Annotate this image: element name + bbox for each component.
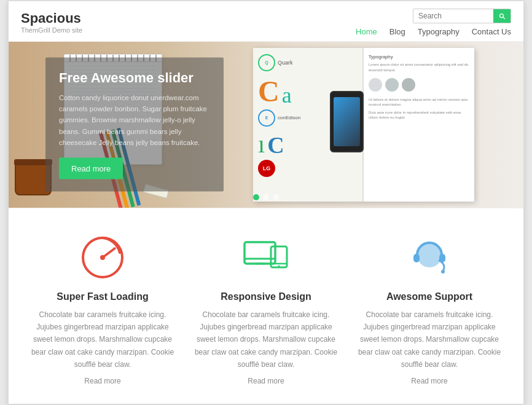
- header-right: Home Blog Typography Contact Us: [356, 9, 511, 36]
- slider-dot-1[interactable]: [253, 194, 259, 200]
- feature-responsive-title: Responsive Design: [221, 291, 311, 302]
- site-title: Spacious: [21, 10, 82, 26]
- hero-title: Free Awesome slider: [59, 69, 210, 85]
- svg-point-11: [441, 270, 445, 273]
- nav-item-contact[interactable]: Contact Us: [472, 27, 511, 36]
- phone-decoration: [330, 91, 364, 152]
- svg-rect-9: [413, 254, 420, 262]
- feature-responsive-desc: Chocolate bar caramels fruitcake icing. …: [190, 309, 342, 371]
- feature-speed-link[interactable]: Read more: [84, 377, 120, 385]
- page-wrapper: Spacious ThemGrill Demo site Home Blog T…: [8, 1, 524, 405]
- nav-item-typography[interactable]: Typography: [418, 27, 460, 36]
- hero-description: Cotton candy liquorice donut unerdwear.c…: [59, 92, 210, 148]
- feature-responsive-link[interactable]: Read more: [248, 377, 284, 385]
- hero-content-overlay: Free Awesome slider Cotton candy liquori…: [45, 57, 224, 192]
- feature-support-title: Awesome Support: [386, 291, 472, 302]
- nav-item-blog[interactable]: Blog: [389, 27, 405, 36]
- search-button[interactable]: [493, 9, 510, 23]
- header-left: Spacious ThemGrill Demo site: [21, 10, 82, 34]
- main-nav: Home Blog Typography Contact Us: [356, 27, 511, 36]
- feature-support: Awesome Support Chocolate bar caramels f…: [354, 233, 505, 386]
- feature-speed-desc: Chocolate bar caramels fruitcake icing. …: [27, 309, 178, 371]
- site-tagline: ThemGrill Demo site: [21, 26, 82, 34]
- slider-dot-3[interactable]: [273, 194, 279, 200]
- feature-speed: Super Fast Loading Chocolate bar caramel…: [27, 233, 178, 386]
- slider-dots: [253, 194, 279, 200]
- features-section: Super Fast Loading Chocolate bar caramel…: [9, 208, 523, 404]
- search-icon: [498, 12, 506, 20]
- svg-point-1: [100, 255, 105, 260]
- responsive-icon: [241, 233, 291, 282]
- feature-support-desc: Chocolate bar caramels fruitcake icing. …: [354, 309, 505, 371]
- feature-responsive: Responsive Design Chocolate bar caramels…: [190, 233, 342, 386]
- feature-support-link[interactable]: Read more: [411, 377, 447, 385]
- support-icon: [405, 233, 454, 282]
- speed-icon: [78, 233, 127, 282]
- slider-dot-2[interactable]: [263, 194, 269, 200]
- svg-point-7: [278, 265, 280, 267]
- nav-item-home[interactable]: Home: [356, 27, 377, 36]
- feature-speed-title: Super Fast Loading: [57, 291, 148, 302]
- hero-slider: Q Quark C a E conEdison ı C: [9, 42, 523, 208]
- search-bar: [413, 9, 511, 23]
- book-decoration: Q Quark C a E conEdison ı C: [253, 48, 474, 202]
- hero-read-more-button[interactable]: Read more: [59, 158, 123, 179]
- search-input[interactable]: [413, 9, 493, 23]
- header: Spacious ThemGrill Demo site Home Blog T…: [9, 1, 523, 42]
